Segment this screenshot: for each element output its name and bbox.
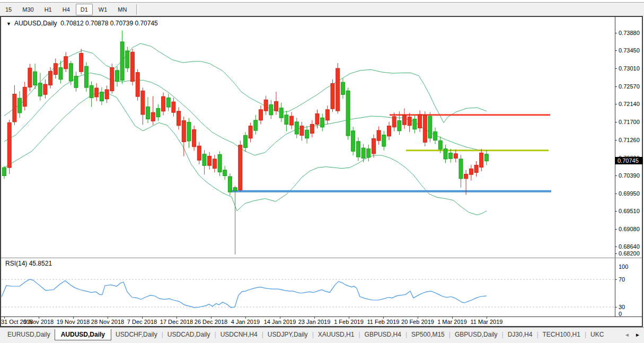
candle-body	[438, 140, 442, 149]
price-axis-tick	[615, 122, 617, 122]
chart-tab-gbpusd-h4[interactable]: GBPUSD,H4	[360, 329, 405, 340]
candle-body	[418, 115, 422, 128]
candle-body	[367, 149, 370, 157]
rsi-indicator-label: RSI(14) 45.8521	[5, 260, 52, 267]
chart-tab-tech100-h1[interactable]: TECH100,H1	[539, 329, 585, 340]
candle-body	[151, 112, 155, 121]
candle-body	[182, 121, 186, 142]
price-axis-tick	[615, 229, 617, 230]
chart-tab-audusd-daily[interactable]: AUDUSD,Daily	[55, 329, 111, 340]
candle-body	[202, 154, 206, 166]
chart-tab-eurusd-daily[interactable]: EURUSD,Daily	[3, 329, 55, 340]
timeframe-toolbar: 15M30H1H4D1W1MN	[0, 3, 644, 16]
price-axis-tick	[615, 194, 617, 194]
price-axis-tick	[615, 253, 617, 254]
price-axis-label: 0.71700	[619, 119, 643, 125]
timeframe-button-h1[interactable]: H1	[40, 4, 57, 15]
chart-tabs: EURUSD,DailyAUDUSD,DailyUSDCHF,Daily|USD…	[3, 329, 622, 343]
date-axis-label: 7 Dec 2018	[127, 319, 157, 325]
date-axis-label: 26 Dec 2018	[195, 319, 227, 325]
candle-body	[116, 71, 119, 82]
candle-body	[244, 135, 248, 147]
timeframe-button-mn[interactable]: MN	[113, 4, 131, 15]
candle-body	[126, 51, 129, 68]
chart-tab-usdcnh-h4[interactable]: USDCNH,H4	[216, 329, 262, 340]
candle-body	[377, 130, 381, 140]
timeframe-button-m30[interactable]: M30	[17, 4, 38, 15]
candle-body	[84, 66, 88, 87]
chart-tab-dj30-h4[interactable]: DJ30,H4	[504, 329, 537, 340]
timeframe-button-15[interactable]: 15	[1, 4, 16, 15]
candle-body	[80, 54, 83, 72]
price-axis-label: 0.69510	[619, 208, 643, 214]
candle-body	[315, 114, 319, 125]
candle-body	[392, 117, 396, 127]
rsi-axis-label: 100	[619, 263, 628, 270]
candle-body	[28, 68, 32, 87]
price-axis-label: 0.68200	[619, 250, 643, 257]
candle-body	[325, 110, 329, 120]
date-axis-label: 23 Jan 2019	[298, 319, 331, 325]
candle-body	[300, 126, 304, 136]
candle-body	[223, 170, 227, 176]
chart-tab-usdjpy-daily[interactable]: USDJPY,Daily	[263, 329, 312, 340]
candle-body	[321, 118, 324, 127]
price-axis-line	[615, 17, 615, 316]
price-axis-label: 0.69080	[619, 226, 643, 232]
timeframe-button-d1[interactable]: D1	[76, 4, 93, 15]
candle-body	[259, 110, 263, 120]
price-axis-tick	[615, 86, 617, 87]
candle-body	[449, 153, 453, 159]
candle-body	[239, 145, 242, 190]
candle-body	[110, 68, 114, 91]
price-axis-label: 0.71260	[619, 137, 643, 143]
candle-body	[18, 98, 22, 113]
timeframe-button-w1[interactable]: W1	[94, 4, 112, 15]
candle-body	[434, 131, 437, 140]
tab-scroll-right-icon[interactable]: ►	[635, 332, 640, 338]
date-axis-label: 11 Mar 2019	[471, 319, 503, 325]
bollinger-lower-band	[4, 92, 487, 215]
chart-tab-xauusd-h1[interactable]: XAUUSD,H1	[314, 329, 359, 340]
price-axis-label: 0.73010	[619, 65, 643, 72]
candle-body	[444, 149, 447, 159]
candle-body	[356, 142, 360, 157]
candle-body	[346, 91, 350, 136]
candle-body	[23, 87, 27, 106]
candle-body	[254, 120, 258, 130]
main-price-chart[interactable]	[2, 17, 615, 258]
chart-tab-gbpusd-daily[interactable]: GBPUSD,Daily	[451, 329, 502, 340]
candle-body	[43, 84, 47, 94]
candle-body	[387, 126, 391, 136]
price-axis-label: 0.72570	[619, 83, 643, 90]
candle-body	[69, 64, 73, 81]
price-axis-label: 0.69950	[619, 190, 643, 197]
tab-scroll-left-icon[interactable]: ◄	[624, 332, 630, 338]
chart-tab-usdchf-daily[interactable]: USDCHF,Daily	[111, 329, 162, 340]
candle-body	[469, 169, 473, 174]
candle-body	[336, 68, 340, 111]
current-price-box: 0.70745	[615, 157, 643, 164]
candle-body	[484, 154, 488, 161]
date-axis-label: 4 Jan 2019	[231, 319, 260, 325]
candle-body	[279, 108, 283, 118]
candle-body	[382, 135, 386, 147]
candle-body	[54, 64, 57, 75]
rsi-axis-label: 0	[619, 311, 622, 317]
chart-tab-usdcad-daily[interactable]: USDCAD,Daily	[163, 329, 215, 340]
chart-tab-ukc[interactable]: UKC	[586, 329, 608, 340]
candle-body	[413, 119, 417, 129]
date-axis-label: 28 Nov 2018	[91, 319, 124, 325]
chart-dropdown-icon[interactable]: ▼	[6, 21, 11, 27]
rsi-axis-tick	[615, 307, 617, 307]
chart-tab-sp500-m15[interactable]: SP500,M15	[407, 329, 449, 340]
candle-body	[197, 146, 201, 160]
candle-body	[228, 177, 232, 192]
candle-body	[33, 72, 37, 85]
timeframe-button-h4[interactable]: H4	[58, 4, 75, 15]
rsi-axis-label: 70	[619, 276, 625, 283]
price-axis-tick	[615, 104, 617, 104]
toolbar-separator	[136, 4, 138, 15]
rsi-indicator-chart[interactable]	[2, 258, 615, 316]
chart-ohlc-values: 0.70812 0.70878 0.70739 0.70745	[60, 20, 158, 27]
